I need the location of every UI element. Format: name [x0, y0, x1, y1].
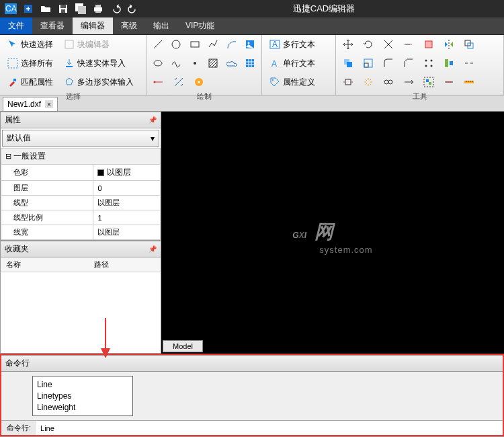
- match-props-button[interactable]: 匹配属性: [4, 75, 56, 90]
- suggestion-item[interactable]: Line: [37, 379, 128, 391]
- svg-point-45: [431, 65, 433, 67]
- point-icon[interactable]: [187, 55, 202, 71]
- command-suggestions[interactable]: Line Linetypes Lineweight: [32, 376, 133, 416]
- extend-icon[interactable]: [401, 36, 417, 52]
- copy-icon[interactable]: [340, 55, 356, 71]
- ellipse-icon[interactable]: [151, 55, 165, 71]
- command-panel: 命令行 Line Linetypes Lineweight 命令行:: [1, 355, 503, 435]
- print-icon[interactable]: [90, 1, 106, 16]
- chevron-down-icon: ▾: [151, 134, 155, 143]
- text-icon: A: [269, 58, 280, 69]
- array-icon[interactable]: [421, 55, 437, 71]
- rotate-icon[interactable]: [360, 36, 376, 52]
- fillet-icon[interactable]: [380, 55, 396, 71]
- property-row[interactable]: 线型以图层: [1, 196, 161, 210]
- svg-rect-12: [8, 58, 17, 68]
- mtext-button[interactable]: A多行文本: [266, 37, 319, 52]
- command-input-row: 命令行:: [1, 420, 503, 435]
- menu-vip[interactable]: VIP功能: [177, 17, 222, 34]
- line-icon[interactable]: [151, 36, 165, 52]
- spline-icon[interactable]: [169, 55, 184, 71]
- favorites-col-path[interactable]: 路径: [89, 257, 114, 272]
- svg-text:CAD: CAD: [5, 4, 17, 13]
- donut-icon[interactable]: [191, 74, 207, 90]
- attdef-button[interactable]: 属性定义: [266, 75, 319, 90]
- arc-icon[interactable]: [224, 36, 239, 52]
- svg-point-58: [446, 81, 448, 83]
- menu-output[interactable]: 输出: [145, 17, 177, 34]
- break-icon[interactable]: [461, 55, 477, 71]
- group-icon[interactable]: [421, 74, 437, 90]
- drawing-canvas[interactable]: GXI 网 system.com Model: [161, 112, 504, 354]
- mtext-icon: A: [269, 39, 280, 50]
- ray-icon[interactable]: [151, 74, 167, 90]
- move-icon[interactable]: [340, 36, 356, 52]
- align-icon[interactable]: [441, 55, 457, 71]
- suggestion-item[interactable]: Linetypes: [37, 391, 128, 402]
- erase-icon[interactable]: [421, 36, 437, 52]
- block-editor-button[interactable]: 块编辑器: [60, 37, 113, 52]
- pin-icon[interactable]: 📌: [149, 116, 157, 124]
- svg-point-42: [425, 60, 427, 62]
- divide-icon[interactable]: [441, 74, 457, 90]
- properties-title: 属性: [5, 114, 21, 126]
- property-row[interactable]: 线型比例1: [1, 210, 161, 225]
- chamfer-icon[interactable]: [401, 55, 417, 71]
- measure-icon[interactable]: [461, 74, 477, 90]
- open-icon[interactable]: [38, 1, 54, 16]
- quick-entity-import-button[interactable]: 快速实体导入: [60, 56, 129, 71]
- xline-icon[interactable]: [171, 74, 187, 90]
- image-icon[interactable]: [243, 36, 258, 52]
- property-row[interactable]: 图层0: [1, 181, 161, 196]
- redo-icon[interactable]: [125, 1, 141, 16]
- offset-icon[interactable]: [461, 36, 477, 52]
- pin-icon[interactable]: 📌: [149, 245, 157, 253]
- new-icon[interactable]: [20, 1, 36, 16]
- properties-mode-dropdown[interactable]: 默认值 ▾: [2, 130, 159, 147]
- svg-rect-14: [13, 79, 16, 81]
- join-icon[interactable]: [380, 74, 396, 90]
- quick-select-button[interactable]: 快速选择: [4, 37, 56, 52]
- trim-icon[interactable]: [380, 36, 396, 52]
- svg-text:A: A: [271, 59, 277, 69]
- svg-rect-40: [364, 63, 368, 67]
- svg-rect-56: [429, 82, 431, 85]
- save-icon[interactable]: [55, 1, 71, 16]
- scale-icon[interactable]: [360, 55, 376, 71]
- stretch-icon[interactable]: [340, 74, 356, 90]
- select-all-button[interactable]: 选择所有: [4, 56, 56, 71]
- rect-icon[interactable]: [187, 36, 202, 52]
- mirror-icon[interactable]: [441, 36, 457, 52]
- svg-rect-50: [345, 79, 351, 85]
- lengthen-icon[interactable]: [401, 74, 417, 90]
- document-tab[interactable]: New1.dxf ×: [3, 97, 58, 111]
- save-as-icon[interactable]: [73, 1, 89, 16]
- hatch-icon[interactable]: [206, 55, 221, 71]
- svg-point-21: [194, 62, 196, 65]
- close-icon[interactable]: ×: [45, 100, 53, 108]
- favorites-col-name[interactable]: 名称: [1, 257, 89, 272]
- menu-file[interactable]: 文件: [0, 17, 32, 34]
- ribbon-group-text: A多行文本 A单行文本 属性定义: [262, 35, 336, 95]
- favorites-columns: 名称 路径: [1, 257, 161, 272]
- menu-advanced[interactable]: 高级: [113, 17, 145, 34]
- polyline-icon[interactable]: [206, 36, 221, 52]
- svg-point-51: [384, 80, 388, 84]
- properties-section-header[interactable]: ⊟ 一般设置: [1, 149, 161, 165]
- model-tab[interactable]: Model: [163, 340, 203, 352]
- text-button[interactable]: A单行文本: [266, 56, 319, 71]
- circle-icon[interactable]: [169, 36, 184, 52]
- suggestion-item[interactable]: Lineweight: [37, 402, 128, 413]
- explode-icon[interactable]: [360, 74, 376, 90]
- app-icon[interactable]: CAD: [3, 1, 19, 16]
- property-row[interactable]: 色彩以图层: [1, 165, 161, 181]
- property-row[interactable]: 线宽以图层: [1, 225, 161, 240]
- cloud-icon[interactable]: [224, 55, 239, 71]
- undo-icon[interactable]: [108, 1, 124, 16]
- menu-viewer[interactable]: 查看器: [32, 17, 73, 34]
- menu-editor[interactable]: 编辑器: [73, 17, 113, 34]
- poly-entity-input-button[interactable]: 多边形实体输入: [60, 75, 137, 90]
- svg-rect-34: [425, 41, 432, 48]
- table-icon[interactable]: [243, 55, 258, 71]
- command-input[interactable]: [36, 422, 503, 434]
